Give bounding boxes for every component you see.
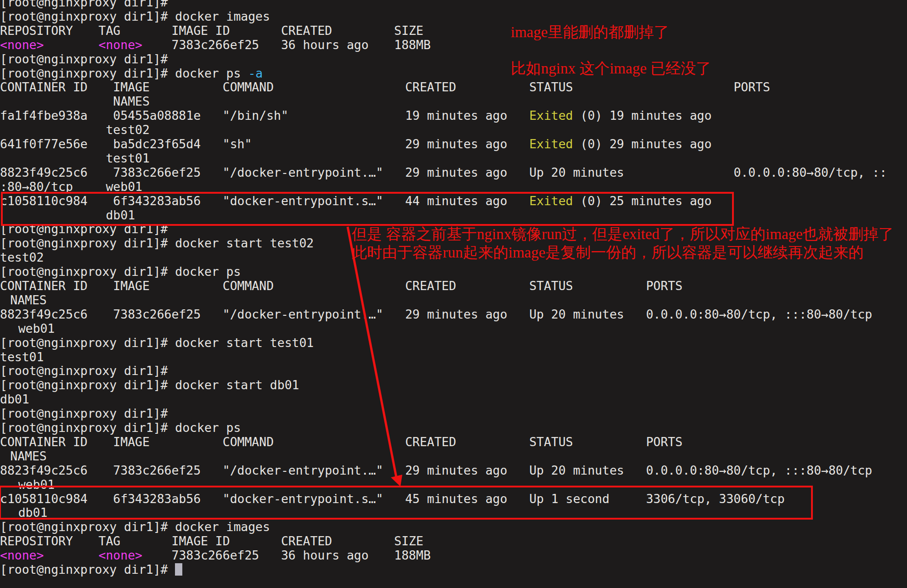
terminal-line: db01 — [0, 392, 907, 406]
terminal-text-segment: REPOSITORY — [0, 534, 73, 548]
terminal-text-segment: (0) 29 minutes ago — [580, 137, 712, 151]
terminal-line: db01 — [0, 505, 907, 520]
terminal-cursor[interactable] — [175, 563, 182, 576]
terminal-text-segment: SIZE — [394, 23, 423, 38]
terminal-text-segment: test01 — [0, 350, 44, 364]
terminal-line: [root@nginxproxy dir1]# docker ps-a — [0, 66, 907, 80]
terminal-text-segment: 29 minutes ago — [405, 463, 507, 477]
terminal-line: web01 — [0, 477, 907, 492]
terminal-text-segment: :80→80/tcp — [0, 179, 73, 194]
terminal-text-segment: CREATED — [405, 279, 456, 293]
terminal-text-segment: "/docker-entrypoint.…" — [223, 307, 383, 321]
terminal-text-segment: STATUS — [529, 80, 573, 94]
terminal-line: <none><none>7383c266ef2536 hours ago188M… — [0, 548, 907, 562]
terminal-line: <none><none>7383c266ef2536 hours ago188M… — [0, 38, 907, 52]
terminal-text-segment: STATUS — [529, 435, 573, 449]
terminal-line: [root@nginxproxy dir1]# — [0, 562, 907, 577]
terminal-text-segment: [root@nginxproxy dir1]# — [0, 0, 168, 9]
terminal-line: 8823f49c25c67383c266ef25"/docker-entrypo… — [0, 463, 907, 477]
terminal-line: CONTAINER IDIMAGECOMMANDCREATEDSTATUSPOR… — [0, 279, 907, 293]
terminal-line: NAMES — [0, 94, 907, 108]
terminal-line: test01 — [0, 350, 907, 364]
terminal-text-segment: "sh" — [223, 137, 252, 151]
terminal-text-segment: Exited — [529, 194, 573, 208]
terminal-text-segment: COMMAND — [223, 80, 274, 94]
terminal-text-segment: web01 — [18, 321, 55, 336]
terminal-text-segment: "/bin/sh" — [223, 108, 288, 123]
terminal-line: 8823f49c25c67383c266ef25"/docker-entrypo… — [0, 307, 907, 321]
terminal-text-segment: NAMES — [10, 293, 46, 307]
terminal-text-segment: 641f0f77e56e — [0, 137, 88, 151]
terminal-line: [root@nginxproxy dir1]# docker ps — [0, 420, 907, 435]
terminal-text-segment: c1058110c984 — [0, 492, 88, 506]
terminal-text-segment: db01 — [106, 208, 135, 222]
terminal-text-segment: CONTAINER ID — [0, 435, 88, 449]
terminal-text-segment: STATUS — [529, 279, 573, 293]
terminal-text-segment: COMMAND — [223, 279, 274, 293]
terminal-text-segment: TAG — [99, 534, 121, 548]
terminal-text-segment: test01 — [106, 151, 149, 165]
terminal-text-segment: 36 hours ago — [281, 38, 369, 52]
terminal-text-segment: fa1f4fbe938a — [0, 108, 88, 123]
terminal-text-segment: CREATED — [405, 435, 456, 449]
terminal-text-segment: 8823f49c25c6 — [0, 463, 88, 477]
terminal-text-segment: [root@nginxproxy dir1]# docker images — [0, 520, 270, 534]
terminal-text-segment: IMAGE ID — [172, 534, 230, 548]
terminal-text-segment: [root@nginxproxy dir1]# docker ps — [0, 420, 241, 435]
terminal-text-segment: [root@nginxproxy dir1]# — [0, 222, 168, 236]
terminal-text-segment: PORTS — [646, 435, 682, 449]
terminal-text-segment: 29 minutes ago — [405, 137, 507, 151]
terminal-text-segment: CREATED — [281, 23, 332, 38]
terminal-text-segment: (0) 19 minutes ago — [580, 108, 712, 123]
terminal-line: test01 — [0, 151, 907, 165]
annotation-image-deleted: image里能删的都删掉了 — [511, 24, 669, 41]
terminal-text-segment: IMAGE — [113, 435, 149, 449]
terminal-text-segment: <none> — [99, 38, 142, 52]
terminal-line: [root@nginxproxy dir1]# docker ps — [0, 264, 907, 279]
terminal-text-segment: db01 — [0, 392, 29, 406]
terminal-text-segment: 7383c266ef25 — [172, 38, 259, 52]
terminal-text-segment: "docker-entrypoint.s…" — [223, 194, 383, 208]
terminal-text-segment: 7383c266ef25 — [172, 548, 259, 562]
terminal-line: 641f0f77e56eba5dc23f65d4"sh"29 minutes a… — [0, 137, 907, 151]
terminal-line: test02 — [0, 123, 907, 137]
terminal-text-segment: 05455a08881e — [113, 108, 201, 123]
terminal-text-segment: 6f343283ab56 — [113, 492, 201, 506]
terminal-text-segment: "/docker-entrypoint.…" — [223, 165, 383, 179]
terminal-text-segment: web01 — [106, 179, 142, 194]
terminal-line: 8823f49c25c67383c266ef25"/docker-entrypo… — [0, 165, 907, 179]
terminal-text-segment: <none> — [0, 38, 44, 52]
terminal-line: [root@nginxproxy dir1]# docker images — [0, 9, 907, 23]
terminal-text-segment: CONTAINER ID — [0, 80, 88, 94]
terminal-text-segment: 3306/tcp, 33060/tcp — [646, 492, 785, 506]
terminal-text-segment: 36 hours ago — [281, 548, 369, 562]
terminal-line: c1058110c9846f343283ab56"docker-entrypoi… — [0, 492, 907, 506]
terminal-text-segment: [root@nginxproxy dir1]# docker ps — [0, 264, 241, 279]
terminal-text-segment: [root@nginxproxy dir1]# — [0, 364, 168, 378]
terminal-text-segment: Up 1 second — [529, 492, 609, 506]
terminal-line: c1058110c9846f343283ab56"docker-entrypoi… — [0, 194, 907, 208]
terminal-text-segment: db01 — [18, 505, 48, 520]
terminal-text-segment: TAG — [99, 23, 121, 38]
terminal-text-segment: COMMAND — [223, 435, 274, 449]
terminal-text-segment: CREATED — [405, 80, 456, 94]
terminal-text-segment: 29 minutes ago — [405, 165, 507, 179]
terminal-text-segment: 0.0.0.0:80→80/tcp, :::80→80/tcp — [646, 463, 873, 477]
terminal-text-segment: SIZE — [394, 534, 423, 548]
terminal-line: [root@nginxproxy dir1]# — [0, 52, 907, 66]
terminal-text-segment: 29 minutes ago — [405, 307, 507, 321]
terminal-line: CONTAINER IDIMAGECOMMANDCREATEDSTATUSPOR… — [0, 80, 907, 94]
terminal-line: [root@nginxproxy dir1]# docker start tes… — [0, 336, 907, 350]
terminal-text-segment: [root@nginxproxy dir1]# docker images — [0, 9, 270, 23]
terminal-line: REPOSITORYTAGIMAGE IDCREATEDSIZE — [0, 23, 907, 38]
terminal-text-segment: 7383c266ef25 — [113, 165, 201, 179]
terminal-text-segment: REPOSITORY — [0, 23, 73, 38]
terminal-text-segment: <none> — [99, 548, 142, 562]
terminal-text-segment: 44 minutes ago — [405, 194, 507, 208]
terminal-screen: [root@nginxproxy dir1]#[root@nginxproxy … — [0, 0, 907, 588]
terminal-text-segment: NAMES — [113, 94, 149, 108]
terminal-text-segment: c1058110c984 — [0, 194, 88, 208]
terminal-text-segment: Up 20 minutes — [529, 463, 624, 477]
terminal-line: [root@nginxproxy dir1]# docker start db0… — [0, 378, 907, 392]
terminal-line: web01 — [0, 321, 907, 336]
